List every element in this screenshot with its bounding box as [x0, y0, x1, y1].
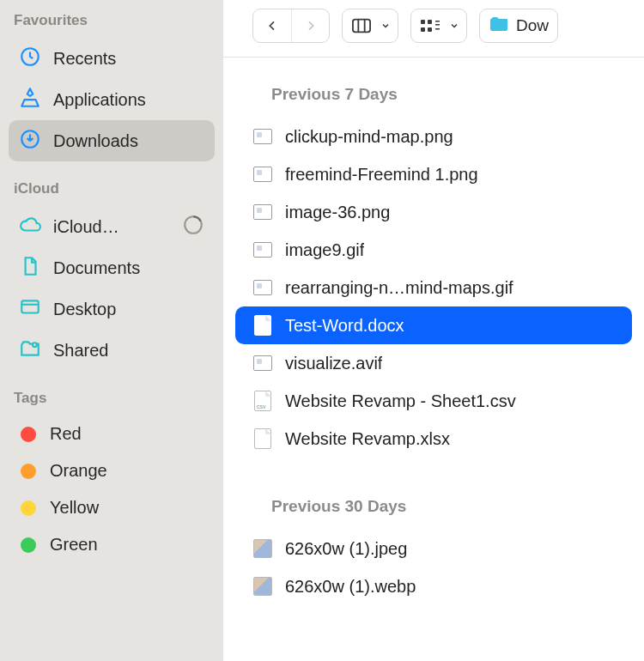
image-file-icon — [252, 537, 273, 561]
file-row[interactable]: Test-Word.docx — [235, 306, 632, 344]
tag-red[interactable]: Red — [9, 415, 215, 452]
file-name: rearranging-n…mind-maps.gif — [285, 278, 513, 298]
sidebar-section-tags: Tags — [14, 390, 210, 407]
file-name: Website Revamp - Sheet1.csv — [285, 391, 516, 411]
file-row[interactable]: 626x0w (1).webp — [235, 567, 632, 605]
toolbar: Dow — [223, 0, 644, 57]
sidebar-item-label: iCloud… — [53, 217, 119, 237]
svg-rect-8 — [428, 20, 432, 24]
file-name: 626x0w (1).webp — [285, 577, 416, 597]
sidebar-item-label: Downloads — [53, 131, 138, 151]
tag-label: Orange — [50, 461, 107, 481]
shared-icon — [19, 337, 41, 363]
file-name: Test-Word.docx — [285, 316, 404, 336]
svg-rect-6 — [421, 20, 425, 24]
svg-rect-5 — [353, 20, 370, 33]
file-name: 626x0w (1).jpeg — [285, 539, 407, 559]
sidebar-item-downloads[interactable]: Downloads — [9, 120, 215, 161]
doc-file-icon — [252, 313, 273, 337]
path-folder-button[interactable]: Dow — [479, 9, 558, 43]
sidebar-item-documents[interactable]: Documents — [9, 247, 215, 288]
svg-rect-9 — [428, 27, 432, 32]
svg-rect-7 — [421, 27, 425, 32]
sidebar-section-favourites: Favourites — [14, 12, 210, 29]
tag-yellow[interactable]: Yellow — [9, 489, 215, 526]
file-row[interactable]: image9.gif — [235, 231, 632, 269]
svg-point-4 — [33, 343, 37, 347]
download-icon — [19, 128, 41, 154]
file-row[interactable]: Website Revamp - Sheet1.csv — [235, 382, 632, 420]
sidebar-item-label: Desktop — [53, 300, 116, 319]
clock-icon — [19, 45, 41, 71]
image-file-icon — [252, 238, 273, 262]
tag-dot-icon — [21, 537, 36, 553]
file-row[interactable]: rearranging-n…mind-maps.gif — [235, 269, 632, 306]
file-name: image-36.png — [285, 203, 390, 222]
sidebar-item-label: Applications — [53, 90, 146, 110]
group-title: Previous 7 Days — [223, 80, 644, 118]
tag-label: Green — [50, 535, 98, 555]
file-row[interactable]: Website Revamp.xlsx — [235, 420, 632, 458]
tag-dot-icon — [21, 427, 36, 442]
image-file-icon — [252, 162, 273, 186]
group-by-button[interactable] — [410, 9, 467, 43]
desktop-icon — [19, 296, 41, 322]
file-name: image9.gif — [285, 240, 364, 260]
sidebar-item-desktop[interactable]: Desktop — [9, 288, 215, 330]
doc-file-icon — [252, 427, 273, 451]
finder-window: Favourites Recents Applications Download… — [0, 0, 644, 661]
sidebar-section-icloud: iCloud — [14, 180, 210, 197]
sidebar-item-label: Recents — [53, 49, 116, 69]
image-file-icon — [252, 124, 273, 149]
tag-green[interactable]: Green — [9, 526, 215, 563]
main-pane: Dow Previous 7 Days clickup-mind-map.png… — [223, 0, 644, 661]
group-title: Previous 30 Days — [223, 492, 644, 530]
view-columns-button[interactable] — [342, 9, 398, 43]
sidebar-item-recents[interactable]: Recents — [9, 38, 215, 79]
nav-back-forward — [252, 9, 330, 43]
chevron-down-icon — [449, 21, 466, 31]
path-folder-name: Dow — [516, 16, 549, 35]
sidebar-item-label: Documents — [53, 258, 140, 278]
tag-label: Yellow — [50, 498, 99, 518]
file-row[interactable]: image-36.png — [235, 193, 632, 231]
sidebar-item-icloud-drive[interactable]: iCloud… — [9, 206, 215, 247]
svg-rect-3 — [21, 300, 39, 312]
svg-rect-12 — [435, 28, 440, 30]
image-file-icon — [252, 200, 273, 224]
file-row[interactable]: 626x0w (1).jpeg — [235, 530, 632, 567]
file-row[interactable]: visualize.avif — [235, 344, 632, 382]
file-name: Website Revamp.xlsx — [285, 429, 450, 449]
forward-button[interactable] — [291, 9, 329, 42]
svg-rect-10 — [435, 21, 440, 22]
svg-rect-11 — [435, 24, 440, 26]
tag-orange[interactable]: Orange — [9, 452, 215, 489]
chevron-down-icon — [380, 21, 398, 31]
folder-icon — [489, 14, 509, 38]
sidebar-item-label: Shared — [53, 341, 109, 361]
document-icon — [19, 255, 41, 281]
image-file-icon — [252, 276, 273, 300]
tag-dot-icon — [21, 464, 36, 479]
file-row[interactable]: clickup-mind-map.png — [235, 118, 632, 155]
csv-file-icon — [252, 389, 273, 413]
sidebar-item-applications[interactable]: Applications — [9, 79, 215, 120]
cloud-icon — [19, 214, 41, 240]
file-row[interactable]: freemind-Freemind 1.png — [235, 155, 632, 193]
progress-icon — [182, 214, 204, 240]
back-button[interactable] — [253, 9, 291, 42]
image-file-icon — [252, 351, 273, 375]
apps-icon — [19, 87, 41, 112]
file-name: clickup-mind-map.png — [285, 127, 453, 147]
tag-dot-icon — [21, 500, 36, 516]
file-name: freemind-Freemind 1.png — [285, 165, 478, 185]
tag-label: Red — [50, 424, 82, 444]
file-list: Previous 7 Days clickup-mind-map.png fre… — [223, 58, 644, 661]
sidebar-item-shared[interactable]: Shared — [9, 330, 215, 371]
image-file-icon — [252, 574, 273, 598]
sidebar: Favourites Recents Applications Download… — [0, 0, 223, 661]
file-name: visualize.avif — [285, 354, 382, 373]
